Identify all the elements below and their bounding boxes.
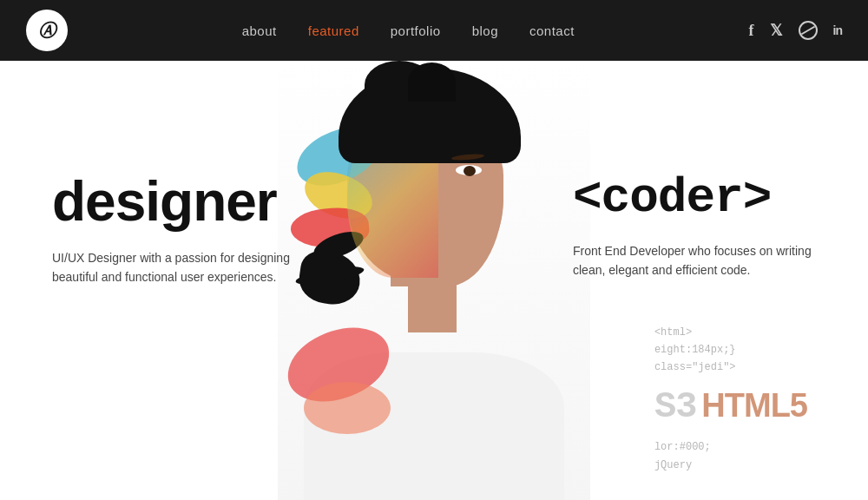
logo[interactable]: Ⓐ [26,10,68,51]
code-line-1: <html> [654,324,807,341]
hero-section: designer UI/UX Designer with a passion f… [0,61,868,500]
dribbble-icon[interactable] [799,21,818,40]
css3-text: S3 [654,377,696,438]
header: Ⓐ about featured portfolio blog contact … [0,0,868,61]
designer-section: designer UI/UX Designer with a passion f… [52,174,295,287]
navigation: about featured portfolio blog contact [242,23,575,38]
nav-featured[interactable]: featured [308,23,359,38]
paint-splash-peach [304,382,391,434]
code-line-4: lor:#000; [654,438,807,456]
nav-contact[interactable]: contact [529,23,575,38]
designer-title: designer [52,174,295,229]
nav-about[interactable]: about [242,23,277,38]
designer-description: UI/UX Designer with a passion for design… [52,248,295,287]
coder-section: <coder> Front End Developer who focuses … [573,174,816,280]
coder-description: Front End Developer who focuses on writi… [573,241,816,280]
linkedin-icon[interactable]: in [833,23,842,37]
coder-title: <coder> [573,174,816,222]
nav-portfolio[interactable]: portfolio [391,23,441,38]
hair-top2 [408,62,456,102]
html5-text: HTML5 [701,378,807,434]
pupil [464,166,476,176]
code-big-line: S3 HTML5 [654,377,807,438]
logo-text: Ⓐ [38,19,56,43]
code-line-3: class="jedi"> [654,359,807,376]
hero-portrait [278,61,590,500]
code-line-2: eight:184px;} [654,341,807,359]
code-overlay: <html> eight:184px;} class="jedi"> S3 HT… [654,324,807,474]
code-line-5: jQuery [654,457,807,474]
social-links: f 𝕏 in [749,21,842,40]
facebook-icon[interactable]: f [749,22,754,40]
nav-blog[interactable]: blog [472,23,498,38]
shirt-collar [404,387,464,422]
twitter-icon[interactable]: 𝕏 [770,21,783,40]
